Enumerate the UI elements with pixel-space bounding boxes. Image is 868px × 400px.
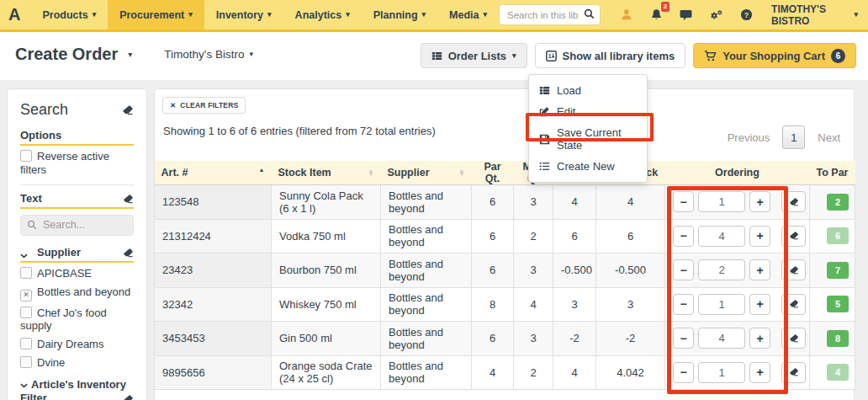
clear-quantity-button[interactable] — [781, 362, 806, 383]
cell-to-par: 2 — [810, 185, 855, 220]
increment-button[interactable]: + — [749, 362, 770, 383]
caret-down-icon: ▾ — [512, 52, 516, 60]
inventory-filter-section-header[interactable]: Article's Inventory Filter — [20, 378, 134, 400]
text-filter-input[interactable] — [20, 215, 134, 236]
order-quantity-input[interactable] — [698, 294, 745, 315]
order-lists-label: Order Lists — [448, 50, 506, 62]
checkbox[interactable] — [20, 307, 32, 318]
cell-agg-stock: 3 — [596, 287, 665, 322]
column-header-supplier[interactable]: Supplier ▲▼ — [381, 161, 472, 185]
order-quantity-input[interactable] — [698, 362, 745, 383]
order-quantity-input[interactable] — [698, 259, 745, 280]
nav-item-products[interactable]: Products ▾ — [30, 0, 108, 29]
text-filter-search — [20, 215, 134, 236]
nav-item-procurement[interactable]: Procurement ▾ — [108, 0, 204, 29]
increment-button[interactable]: + — [749, 191, 770, 212]
pagination-page-1[interactable]: 1 — [782, 125, 805, 149]
decrement-button[interactable]: − — [673, 226, 694, 247]
checkbox[interactable] — [20, 338, 32, 349]
clear-supplier-filter-button[interactable] — [123, 248, 134, 259]
clear-all-filters-button[interactable] — [122, 104, 134, 116]
order-quantity-input[interactable] — [698, 226, 745, 247]
checkbox-checked[interactable]: ✕ — [20, 290, 32, 301]
pagination-next[interactable]: Next — [818, 131, 840, 144]
quantity-stepper: − + — [673, 328, 809, 349]
to-par-badge[interactable]: 7 — [827, 262, 849, 279]
clear-quantity-button[interactable] — [781, 226, 806, 247]
to-par-badge[interactable]: 5 — [827, 296, 849, 312]
cell-min-qty: 3 — [514, 253, 553, 288]
pagination-previous[interactable]: Previous — [728, 131, 770, 144]
decrement-button[interactable]: − — [673, 328, 694, 349]
clear-quantity-button[interactable] — [781, 328, 806, 349]
column-header-art-number[interactable]: Art. # ▲ — [155, 161, 272, 185]
show-all-items-button[interactable]: 1 Show all library items — [535, 43, 686, 68]
nav-label: Procurement — [119, 9, 184, 21]
sidebar-title-row: Search — [20, 101, 134, 119]
chat-icon[interactable] — [680, 8, 692, 21]
to-par-badge[interactable]: 6 — [827, 227, 849, 244]
clear-text-filter-button[interactable] — [123, 194, 134, 205]
cell-art-number: 123548 — [155, 185, 272, 220]
column-header-par-qty[interactable]: Par Qt. — [472, 161, 514, 185]
decrement-button[interactable]: − — [673, 191, 694, 212]
nav-item-inventory[interactable]: Inventory ▾ — [204, 0, 283, 29]
clear-inventory-filter-button[interactable] — [123, 394, 134, 400]
to-par-badge[interactable]: 8 — [827, 330, 849, 347]
cell-par-qty: 6 — [472, 185, 514, 220]
caret-down-icon[interactable]: ▾ — [128, 50, 132, 59]
table-row: 123548 Sunny Cola Pack (6 x 1 l) Bottles… — [155, 185, 855, 220]
menu-item-create-new[interactable]: Create New — [529, 156, 647, 177]
checkbox[interactable] — [20, 356, 32, 368]
settings-gears-icon[interactable] — [709, 8, 723, 21]
increment-button[interactable]: + — [749, 328, 770, 349]
decrement-button[interactable]: − — [673, 294, 694, 315]
order-quantity-input[interactable] — [698, 328, 745, 349]
checkbox[interactable] — [20, 150, 32, 162]
outlet-selector[interactable]: Timothy's Bistro ▾ — [164, 48, 253, 61]
decrement-button[interactable]: − — [673, 362, 694, 383]
clear-quantity-button[interactable] — [781, 259, 806, 280]
nav-item-analytics[interactable]: Analytics ▾ — [283, 0, 362, 29]
column-header-ordering[interactable]: Ordering — [665, 161, 810, 185]
cell-supplier: Bottles and beyond — [381, 185, 472, 220]
cell-art-number: 23423 — [155, 253, 272, 288]
show-all-items-label: Show all library items — [563, 50, 675, 62]
supplier-checkbox-dairy-dreams[interactable]: Dairy Dreams — [20, 338, 134, 351]
notifications-bell-icon[interactable]: 2 — [650, 8, 663, 21]
to-par-badge[interactable]: 4 — [827, 364, 849, 381]
supplier-section-header[interactable]: Supplier — [20, 246, 134, 263]
nav-item-planning[interactable]: Planning ▾ — [362, 0, 437, 29]
reverse-filters-checkbox-item[interactable]: Reverse active filters — [20, 150, 134, 177]
order-lists-button[interactable]: Order Lists ▾ — [421, 43, 527, 68]
supplier-checkbox-dvine[interactable]: Dvine — [20, 356, 134, 370]
menu-item-save-current-state[interactable]: Save Current State — [529, 122, 647, 156]
account-menu[interactable]: TIMOTHY'S BISTRO ▾ — [771, 0, 858, 29]
to-par-badge[interactable]: 2 — [827, 194, 849, 211]
nav-item-media[interactable]: Media ▾ — [437, 0, 499, 29]
cart-label: Your Shopping Cart — [722, 50, 825, 62]
order-quantity-input[interactable] — [698, 191, 745, 212]
clear-quantity-button[interactable] — [781, 191, 806, 212]
increment-button[interactable]: + — [749, 294, 770, 315]
cell-stock-item: Vodka 750 ml — [272, 219, 381, 253]
increment-button[interactable]: + — [749, 259, 770, 280]
menu-item-edit[interactable]: Edit — [529, 101, 647, 122]
supplier-checkbox-bottles-and-beyond[interactable]: ✕Bottles and beyond — [20, 285, 134, 301]
increment-button[interactable]: + — [749, 226, 770, 247]
cell-min-qty: 2 — [514, 355, 553, 390]
user-icon[interactable] — [621, 8, 633, 21]
clear-filters-button[interactable]: ✕ Clear filters — [162, 97, 246, 114]
supplier-checkbox-chef-jos[interactable]: Chef Jo's food supply — [20, 307, 134, 333]
column-header-stock-item[interactable]: Stock Item ▲▼ — [272, 161, 381, 185]
app-logo[interactable]: A — [0, 0, 30, 29]
decrement-button[interactable]: − — [673, 259, 694, 280]
supplier-checkbox-apicbase[interactable]: APICBASE — [20, 267, 134, 280]
clear-quantity-button[interactable] — [781, 294, 806, 315]
help-icon[interactable]: ? — [740, 8, 753, 21]
column-header-to-par[interactable]: To Par — [810, 161, 855, 185]
shopping-cart-button[interactable]: Your Shopping Cart 6 — [693, 43, 856, 68]
checkbox[interactable] — [20, 267, 32, 279]
menu-item-load[interactable]: Load — [529, 80, 647, 101]
eraser-icon — [789, 265, 799, 275]
